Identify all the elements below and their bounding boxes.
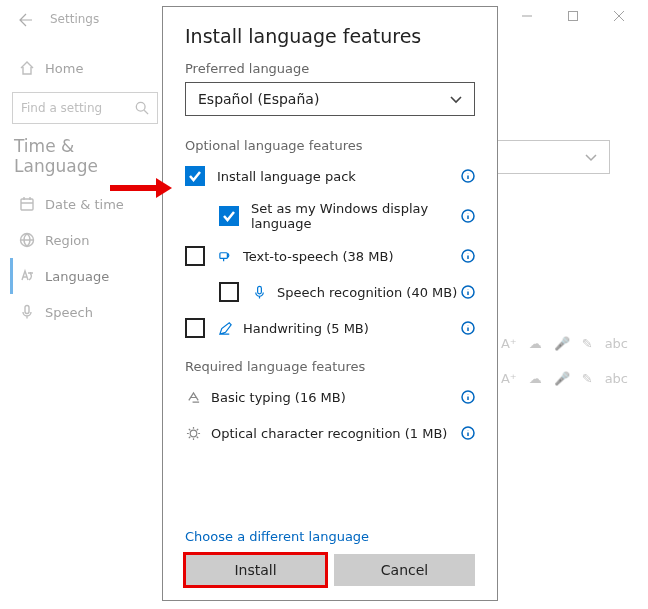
info-icon[interactable] xyxy=(461,209,475,223)
checkbox-handwriting[interactable] xyxy=(185,318,205,338)
svg-rect-9 xyxy=(257,286,261,294)
sidebar-home-label: Home xyxy=(45,61,83,76)
install-language-dialog: Install language features Preferred lang… xyxy=(162,6,498,601)
feature-label: Install language pack xyxy=(217,169,461,184)
feature-language-pack: Install language pack xyxy=(185,165,475,187)
checkbox-speech[interactable] xyxy=(219,282,239,302)
svg-point-13 xyxy=(190,430,197,437)
checkbox-display-language[interactable] xyxy=(219,206,239,226)
required-typing: Basic typing (16 MB) xyxy=(185,386,475,408)
cancel-button[interactable]: Cancel xyxy=(334,554,475,586)
info-icon[interactable] xyxy=(461,426,475,440)
sidebar-item-label: Language xyxy=(45,269,109,284)
microphone-icon xyxy=(251,284,267,300)
feature-handwriting: Handwriting (5 MB) xyxy=(185,317,475,339)
sidebar-item-region[interactable]: Region xyxy=(10,222,160,258)
back-button[interactable] xyxy=(16,12,32,32)
sidebar-item-label: Region xyxy=(45,233,90,248)
calendar-icon xyxy=(19,196,35,212)
info-icon[interactable] xyxy=(461,249,475,263)
maximize-button[interactable] xyxy=(550,0,596,32)
checkbox-language-pack[interactable] xyxy=(185,166,205,186)
feature-label: Set as my Windows display language xyxy=(251,201,461,231)
preferred-language-label: Preferred language xyxy=(185,61,475,76)
info-icon[interactable] xyxy=(461,285,475,299)
feature-speech-recognition: Speech recognition (40 MB) xyxy=(185,281,475,303)
language-select-value: Español (España) xyxy=(198,91,319,107)
feature-display-language: Set as my Windows display language xyxy=(185,201,475,231)
dialog-title: Install language features xyxy=(185,25,475,47)
tts-icon xyxy=(217,248,233,264)
svg-rect-2 xyxy=(21,199,33,210)
choose-different-link[interactable]: Choose a different language xyxy=(185,529,475,544)
required-ocr: Optical character recognition (1 MB) xyxy=(185,422,475,444)
microphone-icon xyxy=(19,304,35,320)
optional-header: Optional language features xyxy=(185,138,475,153)
feature-label: Handwriting (5 MB) xyxy=(243,321,461,336)
category-title: Time & Language xyxy=(14,136,156,176)
close-button[interactable] xyxy=(596,0,642,32)
info-icon[interactable] xyxy=(461,321,475,335)
svg-rect-0 xyxy=(569,12,578,21)
install-button[interactable]: Install xyxy=(185,554,326,586)
sidebar-item-language[interactable]: Language xyxy=(10,258,160,294)
feature-tts: Text-to-speech (38 MB) xyxy=(185,245,475,267)
sidebar-item-speech[interactable]: Speech xyxy=(10,294,160,330)
feature-label: Optical character recognition (1 MB) xyxy=(211,426,461,441)
search-icon xyxy=(135,101,149,115)
feature-label: Speech recognition (40 MB) xyxy=(277,285,461,300)
app-title: Settings xyxy=(50,12,99,26)
info-icon[interactable] xyxy=(461,390,475,404)
minimize-button[interactable] xyxy=(504,0,550,32)
svg-point-1 xyxy=(136,102,145,111)
language-select[interactable]: Español (España) xyxy=(185,82,475,116)
sidebar-home[interactable]: Home xyxy=(10,50,160,86)
pen-icon xyxy=(217,320,233,336)
chevron-down-icon xyxy=(450,93,462,105)
ocr-icon xyxy=(185,425,201,441)
keyboard-icon xyxy=(185,389,201,405)
language-icon xyxy=(19,268,35,284)
checkbox-tts[interactable] xyxy=(185,246,205,266)
svg-rect-7 xyxy=(219,252,227,258)
feature-label: Basic typing (16 MB) xyxy=(211,390,461,405)
home-icon xyxy=(19,60,35,76)
search-input[interactable]: Find a setting xyxy=(12,92,158,124)
annotation-arrow xyxy=(106,176,174,204)
globe-icon xyxy=(19,232,35,248)
required-header: Required language features xyxy=(185,359,475,374)
svg-rect-4 xyxy=(25,306,29,314)
info-icon[interactable] xyxy=(461,169,475,183)
feature-label: Text-to-speech (38 MB) xyxy=(243,249,461,264)
search-placeholder: Find a setting xyxy=(21,101,102,115)
sidebar-item-label: Speech xyxy=(45,305,93,320)
